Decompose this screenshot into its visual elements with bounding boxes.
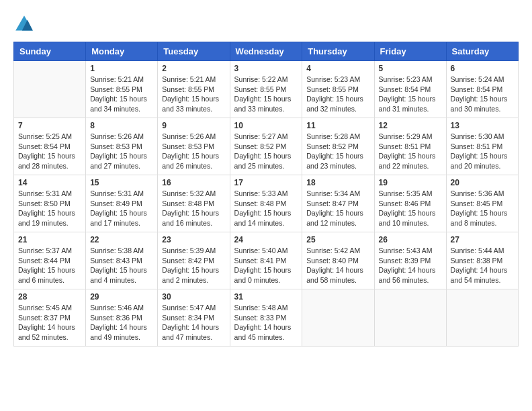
- calendar-cell: 16Sunrise: 5:32 AM Sunset: 8:48 PM Dayli…: [158, 175, 230, 232]
- day-info: Sunrise: 5:31 AM Sunset: 8:49 PM Dayligh…: [90, 189, 153, 228]
- day-info: Sunrise: 5:39 AM Sunset: 8:42 PM Dayligh…: [162, 246, 225, 285]
- calendar-cell: 21Sunrise: 5:37 AM Sunset: 8:44 PM Dayli…: [14, 232, 86, 289]
- day-number: 13: [451, 121, 514, 130]
- day-number: 16: [162, 178, 225, 187]
- day-info: Sunrise: 5:48 AM Sunset: 8:33 PM Dayligh…: [234, 303, 298, 342]
- calendar-cell: 10Sunrise: 5:27 AM Sunset: 8:52 PM Dayli…: [230, 118, 302, 175]
- calendar-cell: 6Sunrise: 5:24 AM Sunset: 8:54 PM Daylig…: [446, 61, 518, 118]
- day-info: Sunrise: 5:36 AM Sunset: 8:45 PM Dayligh…: [451, 189, 514, 228]
- calendar-cell: 12Sunrise: 5:29 AM Sunset: 8:51 PM Dayli…: [374, 118, 446, 175]
- week-row-1: 1Sunrise: 5:21 AM Sunset: 8:55 PM Daylig…: [14, 61, 519, 118]
- day-info: Sunrise: 5:40 AM Sunset: 8:41 PM Dayligh…: [234, 246, 298, 285]
- day-info: Sunrise: 5:28 AM Sunset: 8:52 PM Dayligh…: [306, 132, 369, 171]
- day-info: Sunrise: 5:25 AM Sunset: 8:54 PM Dayligh…: [18, 132, 81, 171]
- day-number: 30: [162, 292, 225, 302]
- day-info: Sunrise: 5:43 AM Sunset: 8:39 PM Dayligh…: [379, 246, 442, 285]
- day-number: 26: [379, 235, 442, 244]
- calendar-cell: 15Sunrise: 5:31 AM Sunset: 8:49 PM Dayli…: [86, 175, 158, 232]
- calendar-cell: 2Sunrise: 5:21 AM Sunset: 8:55 PM Daylig…: [158, 61, 230, 118]
- day-info: Sunrise: 5:23 AM Sunset: 8:54 PM Dayligh…: [379, 75, 442, 114]
- day-info: Sunrise: 5:33 AM Sunset: 8:48 PM Dayligh…: [234, 189, 298, 228]
- day-header-wednesday: Wednesday: [230, 42, 302, 61]
- day-number: 2: [162, 64, 225, 73]
- day-number: 9: [162, 121, 225, 130]
- day-info: Sunrise: 5:30 AM Sunset: 8:51 PM Dayligh…: [451, 132, 514, 171]
- day-header-saturday: Saturday: [446, 42, 518, 61]
- day-number: 11: [306, 121, 369, 130]
- day-info: Sunrise: 5:42 AM Sunset: 8:40 PM Dayligh…: [306, 246, 369, 285]
- calendar-cell: 17Sunrise: 5:33 AM Sunset: 8:48 PM Dayli…: [230, 175, 302, 232]
- day-number: 24: [234, 235, 298, 244]
- calendar-cell: 30Sunrise: 5:47 AM Sunset: 8:34 PM Dayli…: [158, 289, 230, 347]
- day-number: 28: [18, 292, 81, 302]
- day-info: Sunrise: 5:37 AM Sunset: 8:44 PM Dayligh…: [18, 246, 81, 285]
- day-number: 1: [90, 64, 153, 73]
- day-number: 4: [306, 64, 369, 73]
- day-info: Sunrise: 5:21 AM Sunset: 8:55 PM Dayligh…: [162, 75, 225, 114]
- calendar-cell: 28Sunrise: 5:45 AM Sunset: 8:37 PM Dayli…: [14, 289, 86, 347]
- calendar-cell: 13Sunrise: 5:30 AM Sunset: 8:51 PM Dayli…: [446, 118, 518, 175]
- day-number: 3: [234, 64, 298, 73]
- day-header-thursday: Thursday: [302, 42, 374, 61]
- day-header-monday: Monday: [86, 42, 158, 61]
- day-number: 21: [18, 235, 81, 244]
- calendar-cell: [14, 61, 86, 118]
- calendar-cell: 25Sunrise: 5:42 AM Sunset: 8:40 PM Dayli…: [302, 232, 374, 289]
- week-row-3: 14Sunrise: 5:31 AM Sunset: 8:50 PM Dayli…: [14, 175, 519, 232]
- day-number: 7: [18, 121, 81, 130]
- day-info: Sunrise: 5:35 AM Sunset: 8:46 PM Dayligh…: [379, 189, 442, 228]
- calendar-cell: 20Sunrise: 5:36 AM Sunset: 8:45 PM Dayli…: [446, 175, 518, 232]
- day-info: Sunrise: 5:26 AM Sunset: 8:53 PM Dayligh…: [90, 132, 153, 171]
- calendar-cell: 19Sunrise: 5:35 AM Sunset: 8:46 PM Dayli…: [374, 175, 446, 232]
- day-number: 31: [234, 292, 298, 302]
- day-info: Sunrise: 5:45 AM Sunset: 8:37 PM Dayligh…: [18, 303, 81, 342]
- day-number: 15: [90, 178, 153, 187]
- day-number: 25: [306, 235, 369, 244]
- week-row-5: 28Sunrise: 5:45 AM Sunset: 8:37 PM Dayli…: [14, 289, 519, 347]
- day-header-sunday: Sunday: [14, 42, 86, 61]
- day-number: 5: [379, 64, 442, 73]
- calendar-cell: 24Sunrise: 5:40 AM Sunset: 8:41 PM Dayli…: [230, 232, 302, 289]
- day-info: Sunrise: 5:21 AM Sunset: 8:55 PM Dayligh…: [90, 75, 153, 114]
- calendar-cell: 9Sunrise: 5:26 AM Sunset: 8:53 PM Daylig…: [158, 118, 230, 175]
- day-info: Sunrise: 5:44 AM Sunset: 8:38 PM Dayligh…: [451, 246, 514, 285]
- calendar-cell: [302, 289, 374, 347]
- calendar-cell: 23Sunrise: 5:39 AM Sunset: 8:42 PM Dayli…: [158, 232, 230, 289]
- day-number: 10: [234, 121, 298, 130]
- day-number: 19: [379, 178, 442, 187]
- logo-icon: [13, 13, 35, 35]
- calendar-header-row: SundayMondayTuesdayWednesdayThursdayFrid…: [14, 42, 519, 61]
- calendar-cell: 31Sunrise: 5:48 AM Sunset: 8:33 PM Dayli…: [230, 289, 302, 347]
- calendar-cell: 1Sunrise: 5:21 AM Sunset: 8:55 PM Daylig…: [86, 61, 158, 118]
- day-info: Sunrise: 5:24 AM Sunset: 8:54 PM Dayligh…: [451, 75, 514, 114]
- calendar-cell: 5Sunrise: 5:23 AM Sunset: 8:54 PM Daylig…: [374, 61, 446, 118]
- day-number: 29: [90, 292, 153, 302]
- day-number: 22: [90, 235, 153, 244]
- day-info: Sunrise: 5:31 AM Sunset: 8:50 PM Dayligh…: [18, 189, 81, 228]
- day-number: 6: [451, 64, 514, 73]
- calendar-cell: 4Sunrise: 5:23 AM Sunset: 8:55 PM Daylig…: [302, 61, 374, 118]
- day-number: 18: [306, 178, 369, 187]
- calendar-cell: [374, 289, 446, 347]
- calendar: SundayMondayTuesdayWednesdayThursdayFrid…: [13, 42, 519, 347]
- day-info: Sunrise: 5:46 AM Sunset: 8:36 PM Dayligh…: [90, 303, 153, 342]
- calendar-cell: 8Sunrise: 5:26 AM Sunset: 8:53 PM Daylig…: [86, 118, 158, 175]
- day-number: 8: [90, 121, 153, 130]
- day-info: Sunrise: 5:47 AM Sunset: 8:34 PM Dayligh…: [162, 303, 225, 342]
- day-number: 20: [451, 178, 514, 187]
- day-info: Sunrise: 5:32 AM Sunset: 8:48 PM Dayligh…: [162, 189, 225, 228]
- calendar-cell: 26Sunrise: 5:43 AM Sunset: 8:39 PM Dayli…: [374, 232, 446, 289]
- calendar-cell: 11Sunrise: 5:28 AM Sunset: 8:52 PM Dayli…: [302, 118, 374, 175]
- day-header-tuesday: Tuesday: [158, 42, 230, 61]
- logo: [13, 13, 38, 35]
- day-number: 12: [379, 121, 442, 130]
- calendar-cell: 14Sunrise: 5:31 AM Sunset: 8:50 PM Dayli…: [14, 175, 86, 232]
- week-row-4: 21Sunrise: 5:37 AM Sunset: 8:44 PM Dayli…: [14, 232, 519, 289]
- week-row-2: 7Sunrise: 5:25 AM Sunset: 8:54 PM Daylig…: [14, 118, 519, 175]
- calendar-cell: 27Sunrise: 5:44 AM Sunset: 8:38 PM Dayli…: [446, 232, 518, 289]
- day-number: 14: [18, 178, 81, 187]
- day-info: Sunrise: 5:26 AM Sunset: 8:53 PM Dayligh…: [162, 132, 225, 171]
- day-info: Sunrise: 5:27 AM Sunset: 8:52 PM Dayligh…: [234, 132, 298, 171]
- day-number: 23: [162, 235, 225, 244]
- page-header: [13, 13, 519, 35]
